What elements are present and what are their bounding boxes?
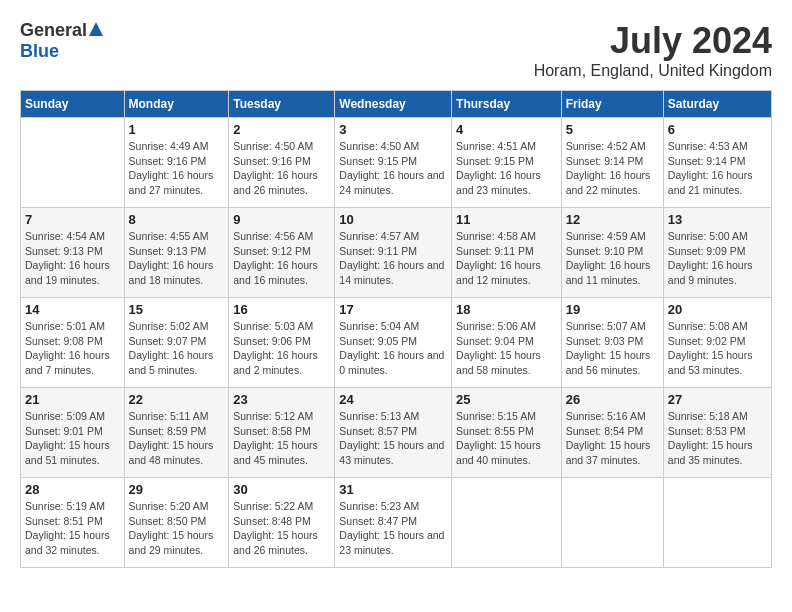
table-row: 15 Sunrise: 5:02 AMSunset: 9:07 PMDaylig… <box>124 298 229 388</box>
day-detail: Sunrise: 4:50 AMSunset: 9:15 PMDaylight:… <box>339 140 444 196</box>
calendar-table: Sunday Monday Tuesday Wednesday Thursday… <box>20 90 772 568</box>
day-number: 9 <box>233 212 330 227</box>
day-detail: Sunrise: 4:55 AMSunset: 9:13 PMDaylight:… <box>129 230 214 286</box>
day-detail: Sunrise: 5:13 AMSunset: 8:57 PMDaylight:… <box>339 410 444 466</box>
table-row <box>561 478 663 568</box>
day-number: 6 <box>668 122 767 137</box>
week-row-2: 14 Sunrise: 5:01 AMSunset: 9:08 PMDaylig… <box>21 298 772 388</box>
table-row: 12 Sunrise: 4:59 AMSunset: 9:10 PMDaylig… <box>561 208 663 298</box>
table-row: 13 Sunrise: 5:00 AMSunset: 9:09 PMDaylig… <box>663 208 771 298</box>
day-number: 11 <box>456 212 557 227</box>
table-row: 1 Sunrise: 4:49 AMSunset: 9:16 PMDayligh… <box>124 118 229 208</box>
day-detail: Sunrise: 5:20 AMSunset: 8:50 PMDaylight:… <box>129 500 214 556</box>
day-detail: Sunrise: 4:49 AMSunset: 9:16 PMDaylight:… <box>129 140 214 196</box>
header-row: Sunday Monday Tuesday Wednesday Thursday… <box>21 91 772 118</box>
day-detail: Sunrise: 5:09 AMSunset: 9:01 PMDaylight:… <box>25 410 110 466</box>
logo-general: General <box>20 20 87 41</box>
day-detail: Sunrise: 5:23 AMSunset: 8:47 PMDaylight:… <box>339 500 444 556</box>
day-number: 24 <box>339 392 447 407</box>
table-row: 27 Sunrise: 5:18 AMSunset: 8:53 PMDaylig… <box>663 388 771 478</box>
day-detail: Sunrise: 5:00 AMSunset: 9:09 PMDaylight:… <box>668 230 753 286</box>
day-detail: Sunrise: 4:50 AMSunset: 9:16 PMDaylight:… <box>233 140 318 196</box>
day-number: 26 <box>566 392 659 407</box>
table-row: 17 Sunrise: 5:04 AMSunset: 9:05 PMDaylig… <box>335 298 452 388</box>
day-detail: Sunrise: 5:02 AMSunset: 9:07 PMDaylight:… <box>129 320 214 376</box>
table-row: 26 Sunrise: 5:16 AMSunset: 8:54 PMDaylig… <box>561 388 663 478</box>
col-saturday: Saturday <box>663 91 771 118</box>
day-detail: Sunrise: 5:04 AMSunset: 9:05 PMDaylight:… <box>339 320 444 376</box>
day-number: 7 <box>25 212 120 227</box>
day-number: 16 <box>233 302 330 317</box>
day-number: 30 <box>233 482 330 497</box>
day-number: 14 <box>25 302 120 317</box>
week-row-1: 7 Sunrise: 4:54 AMSunset: 9:13 PMDayligh… <box>21 208 772 298</box>
day-detail: Sunrise: 5:15 AMSunset: 8:55 PMDaylight:… <box>456 410 541 466</box>
day-detail: Sunrise: 5:01 AMSunset: 9:08 PMDaylight:… <box>25 320 110 376</box>
table-row: 11 Sunrise: 4:58 AMSunset: 9:11 PMDaylig… <box>452 208 562 298</box>
day-number: 12 <box>566 212 659 227</box>
day-detail: Sunrise: 5:22 AMSunset: 8:48 PMDaylight:… <box>233 500 318 556</box>
col-monday: Monday <box>124 91 229 118</box>
day-detail: Sunrise: 4:56 AMSunset: 9:12 PMDaylight:… <box>233 230 318 286</box>
day-number: 1 <box>129 122 225 137</box>
week-row-3: 21 Sunrise: 5:09 AMSunset: 9:01 PMDaylig… <box>21 388 772 478</box>
col-sunday: Sunday <box>21 91 125 118</box>
day-detail: Sunrise: 5:12 AMSunset: 8:58 PMDaylight:… <box>233 410 318 466</box>
week-row-0: 1 Sunrise: 4:49 AMSunset: 9:16 PMDayligh… <box>21 118 772 208</box>
table-row: 6 Sunrise: 4:53 AMSunset: 9:14 PMDayligh… <box>663 118 771 208</box>
table-row: 28 Sunrise: 5:19 AMSunset: 8:51 PMDaylig… <box>21 478 125 568</box>
logo-blue: Blue <box>20 41 59 61</box>
day-number: 19 <box>566 302 659 317</box>
day-detail: Sunrise: 4:51 AMSunset: 9:15 PMDaylight:… <box>456 140 541 196</box>
day-number: 13 <box>668 212 767 227</box>
table-row <box>452 478 562 568</box>
table-row <box>663 478 771 568</box>
day-detail: Sunrise: 4:54 AMSunset: 9:13 PMDaylight:… <box>25 230 110 286</box>
table-row: 23 Sunrise: 5:12 AMSunset: 8:58 PMDaylig… <box>229 388 335 478</box>
day-number: 2 <box>233 122 330 137</box>
day-number: 10 <box>339 212 447 227</box>
logo-icon <box>89 22 103 40</box>
table-row: 7 Sunrise: 4:54 AMSunset: 9:13 PMDayligh… <box>21 208 125 298</box>
day-detail: Sunrise: 5:16 AMSunset: 8:54 PMDaylight:… <box>566 410 651 466</box>
day-detail: Sunrise: 5:18 AMSunset: 8:53 PMDaylight:… <box>668 410 753 466</box>
main-title: July 2024 <box>534 20 772 62</box>
day-detail: Sunrise: 5:03 AMSunset: 9:06 PMDaylight:… <box>233 320 318 376</box>
day-number: 29 <box>129 482 225 497</box>
table-row: 19 Sunrise: 5:07 AMSunset: 9:03 PMDaylig… <box>561 298 663 388</box>
col-thursday: Thursday <box>452 91 562 118</box>
col-friday: Friday <box>561 91 663 118</box>
table-row: 2 Sunrise: 4:50 AMSunset: 9:16 PMDayligh… <box>229 118 335 208</box>
table-row: 9 Sunrise: 4:56 AMSunset: 9:12 PMDayligh… <box>229 208 335 298</box>
table-row: 5 Sunrise: 4:52 AMSunset: 9:14 PMDayligh… <box>561 118 663 208</box>
day-number: 20 <box>668 302 767 317</box>
table-row: 21 Sunrise: 5:09 AMSunset: 9:01 PMDaylig… <box>21 388 125 478</box>
day-detail: Sunrise: 4:59 AMSunset: 9:10 PMDaylight:… <box>566 230 651 286</box>
table-row: 3 Sunrise: 4:50 AMSunset: 9:15 PMDayligh… <box>335 118 452 208</box>
day-number: 23 <box>233 392 330 407</box>
table-row: 24 Sunrise: 5:13 AMSunset: 8:57 PMDaylig… <box>335 388 452 478</box>
subtitle: Horam, England, United Kingdom <box>534 62 772 80</box>
table-row: 14 Sunrise: 5:01 AMSunset: 9:08 PMDaylig… <box>21 298 125 388</box>
day-detail: Sunrise: 5:19 AMSunset: 8:51 PMDaylight:… <box>25 500 110 556</box>
table-row: 29 Sunrise: 5:20 AMSunset: 8:50 PMDaylig… <box>124 478 229 568</box>
table-row <box>21 118 125 208</box>
table-row: 30 Sunrise: 5:22 AMSunset: 8:48 PMDaylig… <box>229 478 335 568</box>
day-number: 17 <box>339 302 447 317</box>
table-row: 20 Sunrise: 5:08 AMSunset: 9:02 PMDaylig… <box>663 298 771 388</box>
title-block: July 2024 Horam, England, United Kingdom <box>534 20 772 80</box>
table-row: 8 Sunrise: 4:55 AMSunset: 9:13 PMDayligh… <box>124 208 229 298</box>
day-number: 15 <box>129 302 225 317</box>
day-detail: Sunrise: 4:53 AMSunset: 9:14 PMDaylight:… <box>668 140 753 196</box>
day-number: 8 <box>129 212 225 227</box>
table-row: 10 Sunrise: 4:57 AMSunset: 9:11 PMDaylig… <box>335 208 452 298</box>
table-row: 4 Sunrise: 4:51 AMSunset: 9:15 PMDayligh… <box>452 118 562 208</box>
day-detail: Sunrise: 4:57 AMSunset: 9:11 PMDaylight:… <box>339 230 444 286</box>
day-number: 28 <box>25 482 120 497</box>
page-header: General Blue July 2024 Horam, England, U… <box>20 20 772 80</box>
day-number: 5 <box>566 122 659 137</box>
day-number: 22 <box>129 392 225 407</box>
day-number: 4 <box>456 122 557 137</box>
table-row: 25 Sunrise: 5:15 AMSunset: 8:55 PMDaylig… <box>452 388 562 478</box>
day-number: 31 <box>339 482 447 497</box>
